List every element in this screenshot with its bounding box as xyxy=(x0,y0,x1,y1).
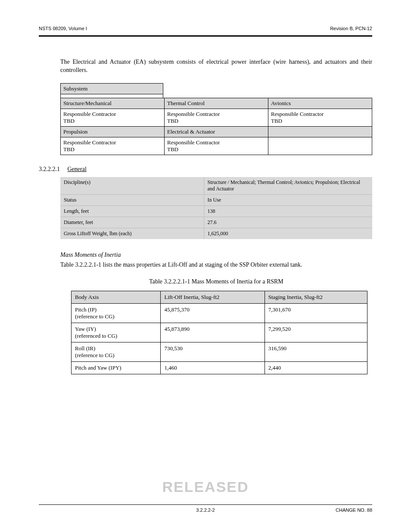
subsystem-header-table: Subsystem xyxy=(60,83,163,98)
table-cell: 7,299,520 xyxy=(265,323,367,342)
table-row: Roll (IR) (reference to CG) 730,530 316,… xyxy=(72,342,367,362)
table-cell: 45,875,370 xyxy=(161,304,265,323)
table-cell: Thermal Control xyxy=(165,98,268,109)
footer-right: CHANGE NO. 88 xyxy=(286,507,372,513)
table-cell: Electrical & Actuator xyxy=(165,126,268,137)
table-header: Lift-Off Inertia, Slug-ft2 xyxy=(161,291,265,304)
table-cell: In Use xyxy=(204,194,372,205)
table-cell: 316,590 xyxy=(265,342,367,362)
table-cell: Responsible ContractorTBD xyxy=(61,109,165,126)
table-cell: Roll (IR) (reference to CG) xyxy=(72,342,161,362)
table-cell: Responsible ContractorTBD xyxy=(268,109,372,126)
table-cell: Avionics xyxy=(268,98,372,109)
table-cell: 45,873,890 xyxy=(161,323,265,342)
table-cell: Diameter, feet xyxy=(60,217,204,228)
table-cell: Length, feet xyxy=(60,205,204,217)
table-row: Pitch and Yaw (IPY) 1,460 2,440 xyxy=(72,362,367,374)
intro-paragraph: The Electrical and Actuator (EA) subsyst… xyxy=(60,58,372,75)
table-cell: Discipline(s) xyxy=(60,177,204,195)
footer-rule xyxy=(39,504,372,505)
release-stamp: RELEASED xyxy=(0,479,411,495)
table-cell xyxy=(268,126,372,137)
table-cell xyxy=(268,137,372,155)
table-row: Status In Use xyxy=(60,194,372,205)
mass-moments-title: Mass Moments of Inertia xyxy=(60,251,372,259)
section-number: 3.2.2.2.1 xyxy=(39,166,60,172)
header-right: Revision B, PCN-12 xyxy=(330,26,372,31)
table-cell: Gross Liftoff Weight, lbm (each) xyxy=(60,228,204,239)
table-cell: Yaw (IY) (referenced to CG) xyxy=(72,323,161,342)
table-cell: Status xyxy=(60,194,204,205)
table-cell: Responsible ContractorTBD xyxy=(165,109,268,126)
table-cell: 1,625,000 xyxy=(204,228,372,239)
table-cell: 1,460 xyxy=(161,362,265,374)
footer-left xyxy=(39,507,125,513)
page-footer: 3.2.2.2-2 CHANGE NO. 88 xyxy=(39,501,372,513)
table-cell: Responsible ContractorTBD xyxy=(165,137,268,155)
section-heading-general: 3.2.2.2.1 General xyxy=(39,166,372,173)
footer-page-number: 3.2.2.2-2 xyxy=(125,507,286,513)
table-row: Length, feet 138 xyxy=(60,205,372,217)
table-cell: 27.6 xyxy=(204,217,372,228)
table-cell: Structure / Mechanical; Thermal Control;… xyxy=(204,177,372,195)
table-header: Body Axis xyxy=(72,291,161,304)
table-cell: 138 xyxy=(204,205,372,217)
table-row: Diameter, feet 27.6 xyxy=(60,217,372,228)
table-cell: Pitch and Yaw (IPY) xyxy=(72,362,161,374)
table-row: Yaw (IY) (referenced to CG) 45,873,890 7… xyxy=(72,323,367,342)
table-row: Gross Liftoff Weight, lbm (each) 1,625,0… xyxy=(60,228,372,239)
table-cell: Structure/Mechanical xyxy=(61,98,165,109)
table-cell: 2,440 xyxy=(265,362,367,374)
table-cell: 730,530 xyxy=(161,342,265,362)
subsystem-header-cell: Subsystem xyxy=(61,83,163,94)
mass-moments-paragraph: Table 3.2.2.2.1-1 lists the mass propert… xyxy=(60,261,372,269)
table-cell: Responsible ContractorTBD xyxy=(61,137,165,155)
table-cell: 7,301,670 xyxy=(265,304,367,323)
subsystem-table-1: Structure/Mechanical Thermal Control Avi… xyxy=(60,98,372,155)
table-row: Discipline(s) Structure / Mechanical; Th… xyxy=(60,177,372,195)
header-left: NSTS 08209, Volume I xyxy=(39,26,87,31)
header-rule xyxy=(39,35,372,37)
table-cell: Pitch (IP) (reference to CG) xyxy=(72,304,161,323)
general-properties-table: Discipline(s) Structure / Mechanical; Th… xyxy=(60,177,372,239)
table-caption: Table 3.2.2.2.1-1 Mass Moments of Inerti… xyxy=(60,278,372,286)
table-cell: Propulsion xyxy=(61,126,165,137)
inertia-table: Body Axis Lift-Off Inertia, Slug-ft2 Sta… xyxy=(71,291,367,374)
table-row: Pitch (IP) (reference to CG) 45,875,370 … xyxy=(72,304,367,323)
section-title: General xyxy=(68,166,87,172)
table-header: Staging Inertia, Slug-ft2 xyxy=(265,291,367,304)
